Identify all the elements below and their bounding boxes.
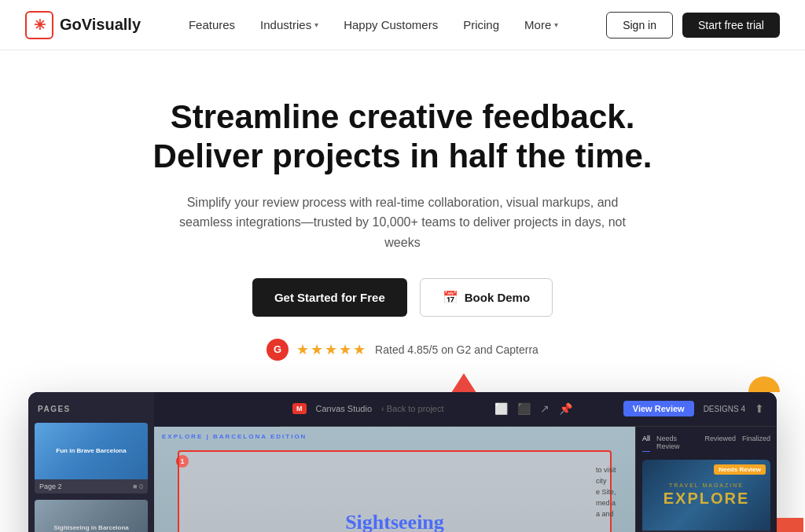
logo-text: GoVisually — [60, 16, 141, 34]
app-content-area: M Canvas Studio ‹ Back to project ⬜ ⬛ ↗ … — [154, 392, 777, 532]
book-demo-button[interactable]: 📅 Book Demo — [420, 278, 553, 317]
chevron-down-icon: ▾ — [314, 20, 318, 29]
start-trial-button[interactable]: Start free trial — [682, 13, 780, 38]
pin-icon: 📌 — [559, 402, 572, 415]
nav-link-pricing[interactable]: Pricing — [463, 18, 499, 31]
app-main-area: 1 Sightseeingin Barcelona EXPLORE | BARC… — [154, 427, 777, 532]
filter-needs-review[interactable]: Needs Review — [656, 433, 698, 452]
nav-link-happy-customers[interactable]: Happy Customers — [344, 18, 438, 31]
logo-link[interactable]: ✳ GoVisually — [25, 11, 141, 39]
navbar: ✳ GoVisually Features Industries ▾ Happy… — [0, 0, 805, 50]
pointer-icon: ↗ — [540, 402, 550, 415]
designs-filter-tabs: All Needs Review Reviewed Finalized — [642, 433, 770, 452]
canvas-title-box: Sightseeingin Barcelona — [178, 450, 612, 532]
canvas-title-text: Sightseeingin Barcelona — [340, 510, 450, 532]
star-rating: ★★★★★ — [296, 341, 367, 358]
canvas-side-text: to visit city e Site, med a a and — [596, 466, 635, 521]
design-card-explore[interactable]: Needs Review TRAVEL MAGAZINE EXPLORE Mod… — [642, 460, 770, 532]
designs-count-badge: DESIGNS 4 — [704, 405, 745, 413]
view-review-button[interactable]: View Review — [623, 401, 694, 416]
filter-reviewed[interactable]: Reviewed — [704, 433, 736, 452]
rating-text: Rated 4.85/5 on G2 and Capterra — [375, 343, 539, 356]
nav-link-industries[interactable]: Industries ▾ — [260, 18, 318, 31]
design-canvas: 1 Sightseeingin Barcelona EXPLORE | BARC… — [154, 427, 635, 532]
g2-badge: G — [266, 339, 289, 361]
calendar-icon: 📅 — [443, 290, 458, 305]
logo-icon: ✳ — [25, 11, 53, 39]
hero-section: Streamline creative feedback. Deliver pr… — [96, 50, 709, 392]
app-name-badge: M — [292, 403, 307, 414]
app-project-name: Canvas Studio — [316, 404, 373, 413]
get-started-button[interactable]: Get Started for Free — [252, 278, 407, 317]
nav-link-more[interactable]: More ▾ — [524, 18, 558, 31]
app-topbar: M Canvas Studio ‹ Back to project ⬜ ⬛ ↗ … — [280, 392, 777, 427]
semicircle-decoration — [748, 376, 780, 392]
share-icon[interactable]: ⬆ — [755, 402, 764, 415]
hero-buttons: Get Started for Free 📅 Book Demo — [115, 278, 690, 317]
nav-link-features[interactable]: Features — [189, 18, 235, 31]
frame-icon: ⬜ — [494, 402, 508, 415]
back-link[interactable]: ‹ Back to project — [381, 404, 444, 413]
screenshot-section: PAGES Fun in Brave Barcelona Page 2 ■ 0 … — [9, 392, 796, 532]
chevron-down-icon: ▾ — [554, 20, 558, 29]
pages-sidebar-header: PAGES — [35, 398, 148, 423]
crop-icon: ⬛ — [517, 402, 531, 415]
designs-panel: All Needs Review Reviewed Finalized Need… — [635, 427, 777, 532]
filter-all[interactable]: All — [642, 433, 650, 452]
signin-button[interactable]: Sign in — [606, 12, 673, 39]
explore-tag: EXPLORE | BARCELONA EDITION — [162, 433, 307, 440]
app-mockup: PAGES Fun in Brave Barcelona Page 2 ■ 0 … — [28, 392, 777, 532]
page-thumb-image-2: Sightseeing in Barcelona — [35, 500, 148, 532]
pages-sidebar: PAGES Fun in Brave Barcelona Page 2 ■ 0 … — [28, 392, 154, 532]
needs-review-badge-1: Needs Review — [714, 464, 766, 475]
rating-row: G ★★★★★ Rated 4.85/5 on G2 and Capterra — [115, 339, 690, 361]
design-card-explore-image: Needs Review TRAVEL MAGAZINE EXPLORE — [642, 460, 770, 530]
hero-subtitle: Simplify your review process with real-t… — [175, 193, 630, 253]
hero-title: Streamline creative feedback. Deliver pr… — [115, 97, 690, 177]
page-thumb-1[interactable]: Fun in Brave Barcelona Page 2 ■ 0 — [35, 423, 148, 493]
nav-links: Features Industries ▾ Happy Customers Pr… — [189, 18, 558, 31]
filter-finalized[interactable]: Finalized — [742, 433, 770, 452]
page-thumb-2[interactable]: Sightseeing in Barcelona Page 2 ■ 0 — [35, 500, 148, 532]
nav-actions: Sign in Start free trial — [606, 12, 780, 39]
page-thumb-image-1: Fun in Brave Barcelona — [35, 423, 148, 479]
